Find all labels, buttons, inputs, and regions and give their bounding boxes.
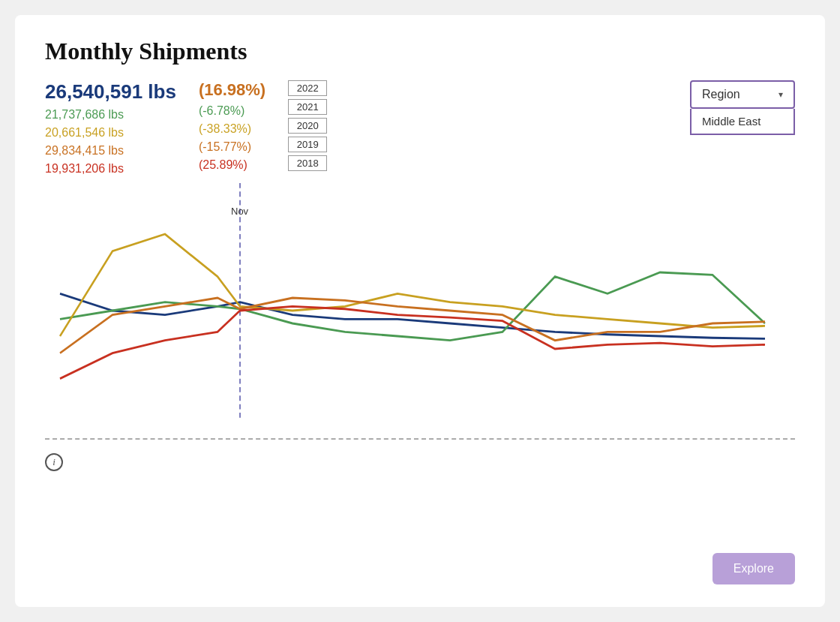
pct-column: (16.98%) (-6.78%) (-38.33%) (-15.77%) (2…	[199, 80, 266, 172]
chevron-down-icon: ▾	[778, 89, 783, 100]
year-column: 2022 2021 2020 2019 2018	[288, 80, 327, 171]
value-2022: 26,540,591 lbs	[45, 80, 176, 104]
pct-2021: (-6.78%)	[199, 104, 266, 118]
pct-2020: (-38.33%)	[199, 122, 266, 136]
region-dropdown[interactable]: Region ▾ Middle East	[690, 80, 795, 135]
bottom-dashed-line	[45, 438, 795, 440]
value-2021: 21,737,686 lbs	[45, 108, 176, 122]
year-badge-2018[interactable]: 2018	[288, 155, 327, 171]
region-value: Middle East	[690, 109, 795, 135]
pct-2019: (-15.77%)	[199, 140, 266, 154]
pct-2022: (16.98%)	[199, 80, 266, 100]
value-2019: 29,834,415 lbs	[45, 144, 176, 158]
year-badge-2019[interactable]: 2019	[288, 137, 327, 152]
nov-label: Nov	[231, 206, 248, 217]
values-column: 26,540,591 lbs 21,737,686 lbs 20,661,546…	[45, 80, 176, 176]
region-selector[interactable]: Region ▾	[690, 80, 795, 109]
year-badge-2020[interactable]: 2020	[288, 118, 327, 134]
explore-button[interactable]: Explore	[712, 553, 795, 584]
stats-region-row: 26,540,591 lbs 21,737,686 lbs 20,661,546…	[45, 80, 795, 176]
pct-2018: (25.89%)	[199, 158, 266, 172]
region-label: Region	[702, 88, 740, 101]
value-2020: 20,661,546 lbs	[45, 126, 176, 140]
info-icon[interactable]: i	[45, 453, 63, 471]
line-chart	[45, 183, 795, 438]
main-card: Monthly Shipments 26,540,591 lbs 21,737,…	[15, 15, 825, 607]
year-badge-2021[interactable]: 2021	[288, 99, 327, 115]
chart-area: Nov	[45, 183, 795, 438]
year-badge-2022[interactable]: 2022	[288, 80, 327, 96]
stats-block: 26,540,591 lbs 21,737,686 lbs 20,661,546…	[45, 80, 327, 176]
value-2018: 19,931,206 lbs	[45, 162, 176, 176]
page-title: Monthly Shipments	[45, 38, 795, 65]
